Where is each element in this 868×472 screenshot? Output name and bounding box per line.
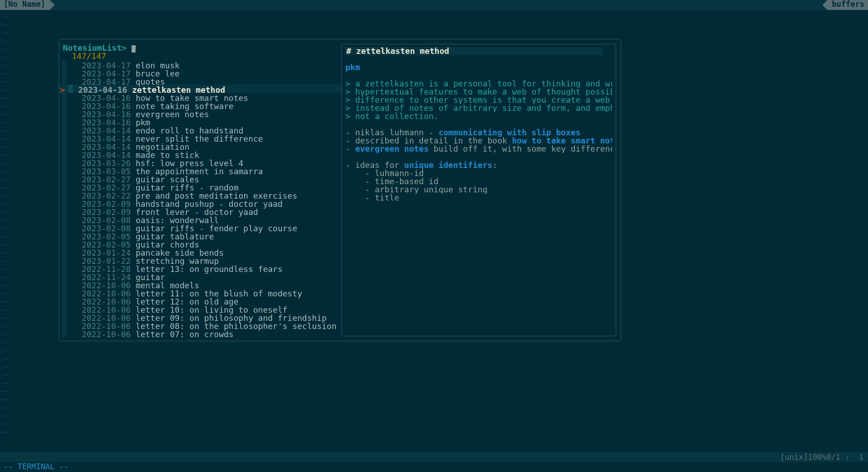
- buffers-tab[interactable]: buffers: [827, 0, 868, 10]
- fzf-result-row[interactable]: 2023-02-09 front lever - doctor yaad: [59, 207, 341, 215]
- fzf-row-marker: [62, 207, 66, 215]
- fzf-row-marker: [62, 101, 66, 109]
- fzf-result-row[interactable]: 2023-04-17 quotes: [59, 76, 341, 85]
- fzf-row-marker: [62, 76, 66, 85]
- command-line: -- TERMINAL --: [0, 462, 868, 472]
- fzf-row-marker: [62, 158, 66, 166]
- fzf-row-marker: [62, 248, 66, 256]
- fzf-row-marker: [62, 191, 66, 199]
- fzf-result-row[interactable]: 2023-04-14 never split the difference: [59, 133, 341, 142]
- fzf-match-count: 147/147: [59, 52, 341, 60]
- fzf-result-row[interactable]: 2023-02-09 handstand pushup - doctor yaa…: [59, 199, 341, 207]
- preview-sublist-item: - time-based id: [345, 177, 439, 186]
- fzf-row-marker: [62, 321, 66, 329]
- empty-line-tilde: ~: [0, 428, 11, 436]
- fzf-result-row[interactable]: 2023-02-08 oasis: wonderwall: [59, 215, 341, 223]
- fzf-row-marker: [62, 305, 66, 313]
- fzf-row-marker: [62, 239, 66, 248]
- fzf-row-marker: [62, 125, 66, 133]
- editor-area: ~~~~~~~~~~~~~~~~~~~~~~~~~~~~~~~~~~~~~~~~…: [0, 10, 868, 452]
- fzf-result-row[interactable]: 2023-04-14 made to stick: [59, 150, 341, 158]
- fzf-row-marker: [62, 215, 66, 223]
- preview-blockquote-line: > instead of notes of arbitrary size and…: [345, 104, 612, 112]
- fzf-prompt-arrow: >: [122, 43, 127, 52]
- preview-sublist-item: - title: [345, 194, 399, 202]
- fzf-result-row[interactable]: 2023-01-22 stretching warmup: [59, 256, 341, 264]
- fzf-row-marker: [62, 60, 66, 68]
- fzf-row-marker: [62, 256, 66, 264]
- fzf-result-row[interactable]: 2023-02-08 guitar riffs - fender play co…: [59, 223, 341, 231]
- fzf-row-marker: [62, 166, 66, 174]
- fzf-row-marker: [62, 93, 66, 101]
- preview-link: how to take smart notes: [512, 137, 612, 145]
- preview-tag-link: pkm: [345, 63, 360, 72]
- preview-blockquote-line: > not a collection.: [345, 112, 439, 120]
- fzf-result-date: 2022-10-06: [82, 330, 136, 339]
- fzf-result-row[interactable]: 2022-10-06 letter 09: on philosophy and …: [59, 313, 341, 321]
- preview-blockquote-line: > a zettelkasten is a personal tool for …: [345, 80, 612, 88]
- fzf-result-row[interactable]: 2023-02-22 pre and post meditation exerc…: [59, 191, 341, 199]
- fzf-row-marker: [62, 133, 66, 142]
- fzf-list-pane[interactable]: NotesiumList> 147/147 2023-04-17 elon mu…: [59, 39, 341, 341]
- fzf-row-marker: [62, 68, 66, 76]
- sign-column: ~~~~~~~~~~~~~~~~~~~~~~~~~~~~~~~~~~~~~~~~…: [0, 10, 11, 452]
- fzf-result-row[interactable]: 2022-11-28 letter 13: on groundless fear…: [59, 264, 341, 272]
- preview-blockquote-line: > hypertextual features to make a web of…: [345, 88, 612, 96]
- current-buffer-tab[interactable]: [No Name]: [0, 0, 50, 10]
- fzf-row-marker: [62, 109, 66, 117]
- fzf-result-row[interactable]: 2023-04-17 elon musk: [59, 60, 341, 68]
- fzf-result-row[interactable]: 2023-02-05 guitar tablature: [59, 231, 341, 239]
- fzf-cursor: [132, 45, 136, 52]
- fzf-result-row[interactable]: >2023-04-16 zettelkasten method: [59, 85, 341, 93]
- preview-link: unique identifiers: [404, 161, 492, 169]
- fzf-result-row[interactable]: 2023-04-14 endo roll to handstand: [59, 125, 341, 133]
- preview-link: evergreen notes: [355, 145, 429, 153]
- fzf-result-row[interactable]: 2023-04-16 how to take smart notes: [59, 93, 341, 101]
- fzf-row-marker: [62, 142, 66, 150]
- statusline: [unix] 100% 0/1 : 1: [0, 452, 868, 462]
- fzf-row-marker: [62, 313, 66, 321]
- fzf-result-row[interactable]: 2023-01-24 pancake side bends: [59, 248, 341, 256]
- preview-sublist-item: - luhmann-id: [345, 169, 424, 177]
- fzf-row-marker: [62, 199, 66, 207]
- fzf-row-marker: [62, 280, 66, 288]
- fzf-row-marker: [62, 329, 66, 337]
- fzf-result-row[interactable]: 2023-04-17 bruce lee: [59, 68, 341, 76]
- fzf-result-row[interactable]: 2023-04-16 evergreen notes: [59, 109, 341, 117]
- preview-blockquote-line: > difference to other systems is that yo…: [345, 96, 612, 104]
- fzf-result-row[interactable]: 2023-03-26 hsf: low press level 4: [59, 158, 341, 166]
- fzf-result-row[interactable]: 2022-10-06 letter 11: on the blush of mo…: [59, 288, 341, 296]
- fzf-float-window: NotesiumList> 147/147 2023-04-17 elon mu…: [59, 39, 621, 341]
- status-encoding: [unix]: [780, 453, 808, 461]
- fzf-preview-pane: # zettelkasten method pkm > a zettelkast…: [341, 44, 616, 336]
- preview-heading: # zettelkasten method: [345, 47, 603, 55]
- fzf-result-title: letter 07: on crowds: [136, 330, 234, 339]
- fzf-row-marker: [68, 85, 73, 93]
- preview-link: communicating with slip boxes: [439, 129, 580, 137]
- status-position: 0/1 : 1: [826, 453, 863, 461]
- fzf-result-row[interactable]: 2023-04-16 note taking software: [59, 101, 341, 109]
- status-percent: 100%: [808, 453, 826, 461]
- fzf-result-row[interactable]: 2023-02-27 guitar riffs - random: [59, 182, 341, 191]
- fzf-row-marker: [62, 150, 66, 158]
- fzf-row-marker: [62, 231, 66, 239]
- fzf-row-marker: [62, 182, 66, 191]
- preview-sublist-item: - arbitrary unique string: [345, 186, 487, 194]
- fzf-row-marker: [62, 117, 66, 125]
- fzf-row-marker: [62, 272, 66, 280]
- fzf-row-marker: [62, 264, 66, 272]
- fzf-row-marker: [62, 296, 66, 305]
- fzf-result-row[interactable]: 2022-10-06 mental models: [59, 280, 341, 288]
- fzf-result-row[interactable]: 2022-10-06 letter 08: on the philosopher…: [59, 321, 341, 329]
- fzf-result-row[interactable]: 2022-10-06 letter 10: on living to onese…: [59, 305, 341, 313]
- fzf-row-marker: [62, 174, 66, 182]
- fzf-result-row[interactable]: 2023-03-05 the appointment in samarra: [59, 166, 341, 174]
- fzf-row-marker: [62, 223, 66, 231]
- tabline: [No Name] buffers: [0, 0, 868, 10]
- fzf-row-marker: [62, 288, 66, 296]
